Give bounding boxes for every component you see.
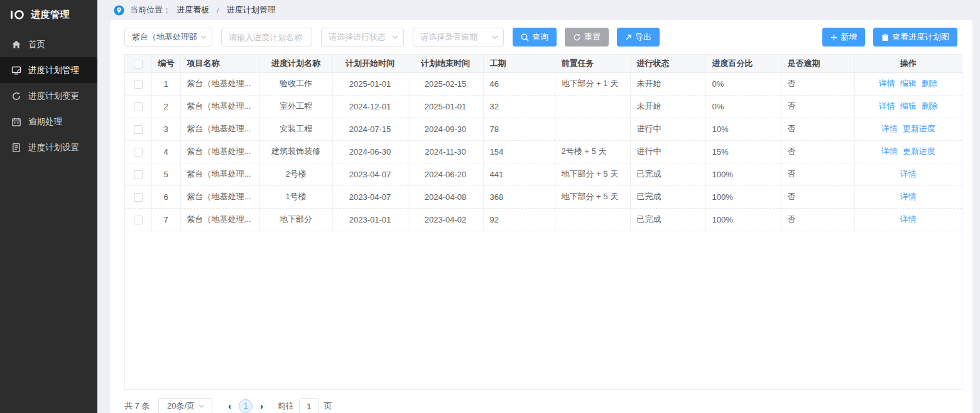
breadcrumb-parent[interactable]: 进度看板 — [177, 4, 209, 16]
sidebar-menu: 首页 进度计划管理 进度计划变更 逾期处理 进度计划设置 — [0, 31, 97, 160]
pagination: 共 7 条 20条/页 ‹ 1 › 前往 页 — [124, 398, 332, 413]
search-button[interactable]: 查询 — [513, 28, 557, 47]
sidebar-item-plan-management[interactable]: 进度计划管理 — [0, 57, 97, 83]
cell-plan: 室外工程 — [259, 95, 332, 118]
cell-start: 2024-12-01 — [332, 95, 408, 118]
cell-no: 1 — [151, 72, 180, 95]
sidebar-item-home[interactable]: 首页 — [0, 31, 97, 57]
row-checkbox[interactable] — [134, 216, 143, 224]
row-checkbox[interactable] — [134, 80, 143, 89]
cell-overdue: 否 — [781, 140, 854, 163]
total-count: 共 7 条 — [124, 400, 150, 412]
plan-name-input[interactable] — [221, 28, 312, 47]
export-button[interactable]: 导出 — [617, 28, 660, 47]
cell-duration: 78 — [483, 118, 555, 140]
detail-link[interactable]: 详情 — [881, 124, 898, 133]
add-button[interactable]: 新增 — [822, 28, 865, 47]
row-actions: 详情 — [854, 208, 962, 231]
reset-button-label: 重置 — [584, 31, 601, 43]
overdue-select-placeholder: 请选择是否逾期 — [420, 31, 477, 43]
column-header: 计划开始时间 — [332, 55, 408, 72]
row-actions: 详情更新进度 — [854, 140, 962, 163]
prev-page-button[interactable]: ‹ — [222, 398, 237, 413]
cell-status: 未开始 — [630, 95, 705, 118]
search-button-label: 查询 — [532, 31, 548, 43]
cell-percent: 100% — [705, 185, 781, 208]
cell-status: 进行中 — [630, 118, 705, 140]
edit-link[interactable]: 编辑 — [900, 101, 917, 111]
chevron-down-icon — [197, 35, 207, 39]
cell-predecessor — [555, 118, 630, 140]
row-checkbox[interactable] — [134, 193, 143, 202]
location-pin-icon — [114, 5, 124, 16]
status-select-placeholder: 请选择进行状态 — [329, 31, 386, 43]
update-progress-link[interactable]: 更新进度 — [903, 146, 935, 156]
column-header: 操作 — [854, 55, 962, 72]
row-checkbox[interactable] — [134, 125, 143, 134]
detail-link[interactable]: 详情 — [881, 146, 898, 156]
column-header: 编号 — [151, 55, 180, 72]
row-checkbox[interactable] — [134, 148, 143, 157]
cell-end: 2025-02-15 — [408, 72, 483, 95]
cell-overdue: 否 — [781, 208, 854, 231]
cell-plan: 验收工作 — [259, 72, 332, 95]
chevron-down-icon — [388, 35, 398, 39]
detail-link[interactable]: 详情 — [900, 192, 917, 201]
select-all-checkbox[interactable] — [134, 60, 143, 69]
cell-project: 紫台（地基处理... — [180, 95, 259, 118]
next-page-button[interactable]: › — [254, 398, 269, 413]
detail-link[interactable]: 详情 — [900, 214, 917, 224]
cell-no: 4 — [151, 140, 180, 163]
cell-start: 2024-07-15 — [332, 118, 408, 140]
cell-project: 紫台（地基处理... — [180, 185, 259, 208]
cell-plan: 地下部分 — [259, 208, 332, 231]
project-select-value: 紫台（地基处理部分 — [132, 31, 197, 43]
cell-start: 2023-01-01 — [332, 208, 408, 231]
sidebar: 进度管理 首页 进度计划管理 进度计划变更 逾期处理 — [0, 0, 97, 413]
table-row: 2紫台（地基处理...室外工程2024-12-012025-01-0132未开始… — [125, 95, 962, 118]
page-size-select[interactable]: 20条/页 — [158, 398, 212, 413]
update-progress-link[interactable]: 更新进度 — [903, 124, 935, 133]
row-checkbox[interactable] — [134, 170, 143, 179]
goto-page-input[interactable] — [299, 398, 319, 413]
sidebar-item-label: 进度计划管理 — [28, 65, 79, 76]
cell-percent: 0% — [705, 72, 781, 95]
row-checkbox[interactable] — [134, 102, 143, 111]
cell-overdue: 否 — [781, 95, 854, 118]
edit-link[interactable]: 编辑 — [900, 79, 917, 88]
delete-link[interactable]: 删除 — [922, 79, 938, 88]
board-icon — [11, 65, 21, 75]
clipboard-icon — [881, 33, 889, 41]
cell-end: 2023-04-02 — [408, 208, 483, 231]
cell-start: 2025-01-01 — [332, 72, 408, 95]
sidebar-item-plan-settings[interactable]: 进度计划设置 — [0, 135, 97, 160]
detail-link[interactable]: 详情 — [879, 79, 895, 88]
app-title: 进度管理 — [31, 9, 70, 21]
sync-icon — [11, 91, 21, 101]
sidebar-item-label: 进度计划变更 — [28, 91, 79, 102]
toolbar-right: 新增 查看进度计划图 — [822, 28, 957, 47]
cell-start: 2024-06-30 — [332, 140, 408, 163]
overdue-select[interactable]: 请选择是否逾期 — [413, 28, 504, 47]
cell-duration: 32 — [483, 95, 555, 118]
view-plan-chart-button[interactable]: 查看进度计划图 — [873, 28, 957, 47]
detail-link[interactable]: 详情 — [900, 169, 917, 179]
table-header-row: 编号项目名称进度计划名称计划开始时间计划结束时间工期前置任务进行状态进度百分比是… — [125, 55, 962, 72]
cell-end: 2024-04-08 — [408, 185, 483, 208]
cell-overdue: 否 — [781, 118, 854, 140]
detail-link[interactable]: 详情 — [879, 101, 895, 111]
current-page[interactable]: 1 — [239, 399, 253, 413]
cell-plan: 建筑装饰装修 — [259, 140, 332, 163]
breadcrumb-separator: / — [217, 6, 219, 15]
cell-duration: 154 — [483, 140, 555, 163]
delete-link[interactable]: 删除 — [922, 101, 938, 111]
status-select[interactable]: 请选择进行状态 — [321, 28, 404, 47]
breadcrumb-current: 进度计划管理 — [227, 4, 276, 16]
cell-duration: 92 — [483, 208, 555, 231]
reset-button[interactable]: 重置 — [565, 28, 609, 47]
cell-overdue: 否 — [781, 72, 854, 95]
cell-project: 紫台（地基处理... — [180, 208, 259, 231]
project-select[interactable]: 紫台（地基处理部分 — [124, 28, 212, 47]
sidebar-item-overdue[interactable]: 逾期处理 — [0, 109, 97, 135]
sidebar-item-plan-change[interactable]: 进度计划变更 — [0, 83, 97, 109]
